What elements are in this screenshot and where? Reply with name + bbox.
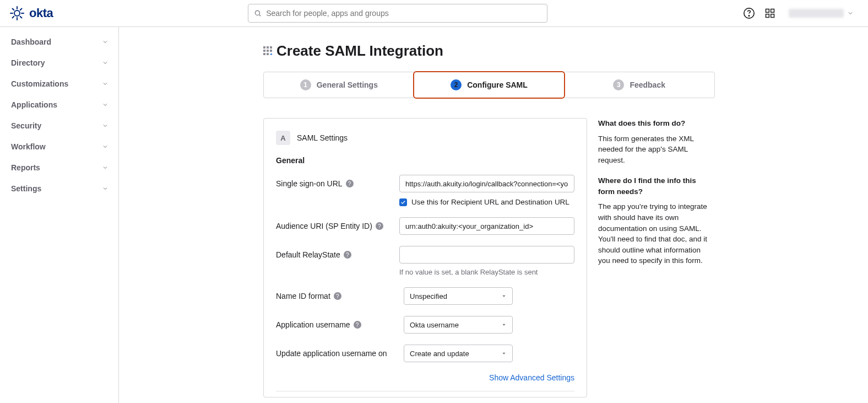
sidebar-item-label: Dashboard (11, 37, 51, 46)
sidebar-item-label: Applications (11, 100, 57, 109)
help-text-1: This form generates the XML needed for t… (598, 133, 714, 166)
sidebar-item-label: Workflow (11, 142, 46, 151)
sidebar-item-directory[interactable]: Directory (0, 52, 118, 73)
sidebar-item-applications[interactable]: Applications (0, 94, 118, 115)
sidebar-item-dashboard[interactable]: Dashboard (0, 31, 118, 52)
sidebar-item-label: Directory (11, 58, 45, 67)
app-username-select[interactable]: Okta username (404, 316, 513, 334)
svg-rect-23 (263, 53, 265, 55)
user-name-blurred (789, 9, 844, 18)
label-text: Audience URI (SP Entity ID) (276, 222, 372, 230)
section-heading-general: General (276, 156, 574, 165)
sidebar: Dashboard Directory Customizations Appli… (0, 27, 119, 403)
help-text-2: The app you're trying to integrate with … (598, 201, 714, 266)
nameid-label: Name ID format ? (276, 287, 397, 300)
sso-url-input[interactable] (399, 175, 574, 192)
step-configure-saml[interactable]: 2 Configure SAML (413, 71, 566, 99)
svg-marker-27 (503, 324, 506, 326)
help-heading-1: What does this form do? (598, 118, 714, 129)
divider (276, 391, 574, 391)
card-title: SAML Settings (297, 133, 348, 142)
chevron-down-icon (102, 122, 109, 129)
chevron-down-icon (102, 101, 109, 108)
select-value: Unspecified (410, 292, 447, 300)
step-label: Configure SAML (467, 80, 528, 89)
select-value: Create and update (410, 350, 469, 358)
help-tooltip-icon[interactable]: ? (376, 222, 383, 230)
show-advanced-link[interactable]: Show Advanced Settings (276, 373, 574, 382)
search-icon (254, 9, 262, 17)
apps-grid-icon[interactable] (763, 7, 777, 20)
user-menu[interactable] (784, 7, 858, 20)
caret-down-icon (501, 351, 507, 356)
top-bar: okta (0, 0, 868, 27)
svg-line-10 (259, 15, 261, 17)
svg-line-7 (20, 9, 22, 10)
svg-point-9 (255, 10, 259, 15)
nameid-select[interactable]: Unspecified (404, 287, 513, 305)
saml-settings-card: A SAML Settings General Single sign-on U… (263, 118, 587, 397)
sidebar-item-label: Customizations (11, 79, 68, 88)
sidebar-item-label: Reports (11, 163, 40, 172)
sidebar-item-workflow[interactable]: Workflow (0, 136, 118, 157)
relaystate-input[interactable] (399, 246, 574, 264)
svg-line-6 (20, 17, 22, 18)
svg-rect-15 (766, 14, 769, 18)
help-icon[interactable] (742, 7, 756, 20)
svg-rect-13 (766, 9, 769, 13)
caret-down-icon (501, 322, 507, 327)
step-feedback[interactable]: 3 Feedback (564, 72, 714, 98)
svg-marker-28 (503, 353, 506, 354)
help-tooltip-icon[interactable]: ? (334, 292, 341, 300)
help-heading-2: Where do I find the info this form needs… (598, 175, 714, 197)
page-header: + Create SAML Integration (263, 42, 715, 60)
help-tooltip-icon[interactable]: ? (354, 321, 361, 329)
help-tooltip-icon[interactable]: ? (346, 180, 354, 187)
wizard-steps: 1 General Settings 2 Configure SAML 3 Fe… (263, 72, 715, 98)
chevron-down-icon (102, 39, 109, 45)
logo-text: okta (29, 6, 53, 20)
global-search[interactable] (248, 4, 547, 23)
svg-text:+: + (270, 52, 273, 56)
relaystate-label: Default RelayState ? (276, 246, 393, 259)
step-number: 2 (451, 79, 462, 90)
logo[interactable]: okta (10, 6, 53, 20)
svg-rect-24 (267, 53, 269, 55)
svg-rect-16 (771, 14, 774, 18)
relaystate-hint: If no value is set, a blank RelayState i… (399, 268, 574, 276)
help-tooltip-icon[interactable]: ? (344, 251, 351, 259)
sidebar-item-settings[interactable]: Settings (0, 178, 118, 199)
search-input[interactable] (266, 9, 541, 18)
recipient-url-checkbox[interactable] (399, 198, 407, 206)
select-value: Okta username (410, 321, 459, 329)
svg-line-5 (13, 9, 14, 10)
audience-uri-input[interactable] (399, 217, 574, 235)
label-text: Name ID format (276, 292, 330, 300)
sidebar-item-security[interactable]: Security (0, 115, 118, 136)
page-title: Create SAML Integration (276, 42, 443, 60)
sidebar-item-reports[interactable]: Reports (0, 157, 118, 178)
svg-rect-19 (270, 46, 272, 49)
svg-point-0 (14, 10, 20, 16)
chevron-down-icon (102, 143, 109, 150)
app-username-label: Application username ? (276, 316, 397, 329)
step-general-settings[interactable]: 1 General Settings (264, 72, 414, 98)
update-username-select[interactable]: Create and update (404, 345, 513, 362)
step-label: General Settings (317, 80, 378, 89)
sidebar-item-customizations[interactable]: Customizations (0, 73, 118, 94)
label-text: Update application username on (276, 349, 387, 358)
sidebar-item-label: Security (11, 121, 41, 130)
svg-rect-20 (263, 50, 265, 52)
checkbox-label: Use this for Recipient URL and Destinati… (411, 198, 569, 206)
main-content: + Create SAML Integration 1 General Sett… (119, 27, 868, 403)
step-number: 3 (613, 79, 624, 90)
help-panel: What does this form do? This form genera… (598, 118, 714, 397)
update-username-label: Update application username on (276, 345, 397, 358)
chevron-down-icon (847, 10, 854, 17)
svg-point-12 (748, 15, 749, 16)
step-number: 1 (300, 79, 311, 90)
chevron-down-icon (102, 60, 109, 66)
svg-marker-26 (503, 295, 506, 297)
svg-rect-18 (267, 46, 269, 49)
label-text: Single sign-on URL (276, 179, 343, 188)
